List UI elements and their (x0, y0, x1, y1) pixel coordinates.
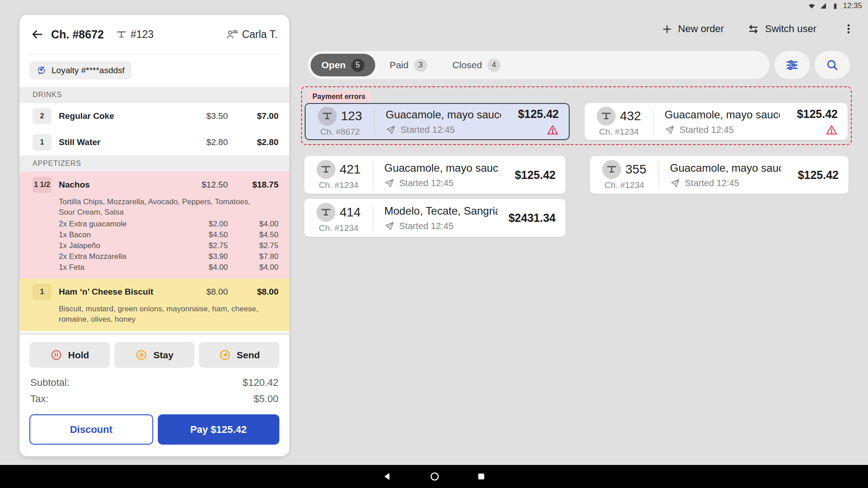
pay-button[interactable]: Pay $125.42 (158, 414, 280, 445)
tab-closed[interactable]: Closed 4 (442, 54, 511, 76)
order-card-sub: Started 12:45 (384, 178, 498, 188)
stay-chevrons-icon (135, 349, 147, 361)
order-item[interactable]: 2Regular Coke$3.50$7.00 (19, 103, 289, 129)
order-card-table-432[interactable]: 432Ch. #1234Guacamole, mayo sauce, chips… (585, 103, 848, 140)
tax-value: $5.00 (254, 393, 278, 405)
item-description: Biscuit, mustard, green onions, mayonnai… (59, 304, 268, 325)
modifier-label: 1x Feta (59, 263, 186, 272)
switch-user-button[interactable]: Switch user (747, 23, 816, 35)
modifier-total-price: $4.00 (228, 263, 278, 272)
order-item[interactable]: 1 1/2Nachos$12.50$18.75Tortilla Chips, M… (19, 172, 289, 279)
item-total-price: $8.00 (228, 287, 278, 297)
table-icon (320, 206, 332, 218)
order-items-list: DRINKS2Regular Coke$3.50$7.001Still Wate… (19, 87, 289, 342)
item-modifier: 1x Bacon$4.50$4.50 (59, 230, 278, 239)
order-item[interactable]: 1Still Water$2.80$2.80 (19, 129, 289, 155)
table-number: 421 (340, 162, 361, 177)
subtotal-label: Subtotal: (30, 377, 70, 389)
filter-button[interactable] (774, 51, 810, 79)
modifier-unit-price: $2.75 (186, 241, 228, 250)
order-total: $125.42 (797, 108, 838, 121)
order-card-sub: Started 12:45 (665, 125, 780, 135)
new-order-label: New order (678, 23, 724, 35)
order-summary: Guacamole, mayo sauce, chips,… (665, 108, 780, 121)
send-plane-icon (386, 125, 396, 135)
order-card-main: Guacamole, mayo sauce,…Started 12:45 (373, 156, 506, 194)
check-number: Ch. #8672 (320, 127, 360, 137)
order-card-sub: Started 12:45 (386, 125, 501, 135)
more-options-button[interactable] (843, 23, 854, 35)
modifier-total-price: $7.80 (228, 252, 278, 261)
modifier-total-price: $4.00 (228, 220, 278, 229)
item-total-price: $7.00 (228, 111, 278, 121)
open-orders-grid: 421Ch. #1234Guacamole, mayo sauce,…Start… (304, 156, 849, 237)
search-button[interactable] (815, 51, 850, 79)
order-card-main: Modelo, Tecate, Sangria,…Started 12:45 (373, 199, 506, 237)
order-summary: Guacamole, mayo sauce, chip… (386, 108, 501, 121)
tab-paid-label: Paid (390, 60, 409, 70)
order-total: $125.42 (798, 169, 839, 182)
modifier-unit-price: $2.00 (186, 220, 228, 229)
payment-error-icon (547, 124, 559, 136)
loyalty-chip[interactable]: Loyalty #****asddsf (29, 61, 132, 80)
server-name: Carla T. (242, 28, 278, 41)
table-number: 414 (340, 205, 361, 220)
order-card-table-414[interactable]: 414Ch. #1234Modelo, Tecate, Sangria,…Sta… (304, 199, 566, 237)
table-avatar (318, 107, 337, 126)
table-number: 123 (341, 109, 362, 123)
tab-open[interactable]: Open 5 (311, 54, 375, 76)
loyalty-label: Loyalty #****asddsf (52, 66, 125, 75)
check-number: Ch. #1234 (319, 223, 359, 233)
order-card-table-355[interactable]: 355Ch. #1234Guacamole, mayo sauce,…Start… (590, 156, 849, 194)
started-time: Started 12:45 (679, 125, 734, 135)
new-order-button[interactable]: New order (661, 23, 724, 35)
item-unit-price: $3.50 (186, 111, 228, 121)
started-time: Started 12:45 (685, 178, 739, 188)
item-name: Regular Coke (59, 111, 186, 121)
back-button[interactable] (30, 28, 44, 41)
quantity-badge: 1 1/2 (33, 177, 52, 193)
send-label: Send (237, 350, 260, 361)
order-actions: Hold Stay Send (29, 342, 279, 368)
started-time: Started 12:45 (401, 125, 455, 135)
hold-button[interactable]: Hold (29, 342, 110, 368)
modifier-unit-price: $4.00 (186, 263, 228, 272)
send-plane-icon (384, 178, 395, 188)
order-card-table-123[interactable]: 123Ch. #8672Guacamole, mayo sauce, chip…… (305, 103, 570, 140)
order-card-left: 414Ch. #1234 (304, 199, 373, 237)
item-modifier: 2x Extra guacamole$2.00$4.00 (59, 220, 278, 229)
nav-home-icon[interactable] (429, 471, 440, 482)
order-total: $125.42 (515, 169, 556, 182)
item-name: Ham ‘n’ Cheese Biscuit (59, 287, 186, 297)
nav-recents-icon[interactable] (476, 472, 486, 481)
order-card-main: Guacamole, mayo sauce,…Started 12:45 (659, 156, 789, 194)
order-card-table-421[interactable]: 421Ch. #1234Guacamole, mayo sauce,…Start… (304, 156, 566, 194)
table-number-label: #123 (131, 28, 154, 41)
filter-sliders-icon (785, 58, 799, 72)
item-name: Still Water (59, 137, 186, 147)
order-total: $2431.34 (509, 211, 556, 225)
check-number: Ch. #1234 (319, 180, 359, 190)
subtotal-row: Subtotal: $120.42 (30, 375, 278, 391)
table-icon (116, 29, 127, 40)
order-item[interactable]: 1Ham ‘n’ Cheese Biscuit$8.00$8.00Biscuit… (19, 279, 289, 331)
table-info: #123 (116, 28, 154, 41)
table-avatar (316, 160, 335, 179)
table-icon (320, 164, 332, 175)
table-icon (321, 110, 333, 122)
tabs-row: Open 5 Paid 3 Closed 4 (308, 51, 850, 79)
table-avatar (316, 203, 335, 222)
discount-button[interactable]: Discount (29, 414, 153, 445)
server-info: Carla T. (226, 28, 278, 41)
loyalty-row: Loyalty #****asddsf (19, 54, 289, 87)
items-end-divider (19, 333, 289, 335)
table-row: 432 (597, 107, 641, 126)
tab-paid[interactable]: Paid 3 (379, 54, 438, 76)
modifier-unit-price: $4.50 (186, 230, 228, 239)
stay-label: Stay (153, 350, 173, 361)
send-button[interactable]: Send (199, 342, 279, 368)
order-total: $125.42 (518, 108, 559, 121)
nav-back-icon[interactable] (382, 471, 393, 482)
table-avatar (602, 160, 621, 179)
stay-button[interactable]: Stay (114, 342, 195, 368)
